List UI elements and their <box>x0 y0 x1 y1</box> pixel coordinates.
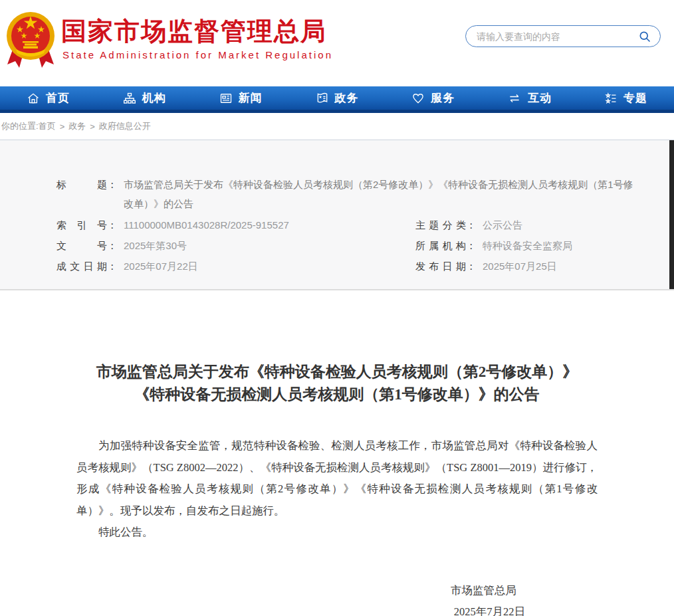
document-meta-panel: 标题 ： 市场监管总局关于发布《特种设备检验人员考核规则（第2号修改单）》《特种… <box>0 140 674 290</box>
meta-row-title: 标题 ： 市场监管总局关于发布《特种设备检验人员考核规则（第2号修改单）》《特种… <box>56 175 634 213</box>
star-list-icon <box>604 92 618 105</box>
meta-value-doc-number: 2025年第30号 <box>124 235 187 256</box>
breadcrumb-info-disclosure[interactable]: 政府信息公开 <box>99 120 151 132</box>
nav-item-news[interactable]: 新闻 <box>193 86 289 110</box>
breadcrumb-home[interactable]: 首页 <box>39 120 56 132</box>
national-emblem-icon <box>5 8 56 70</box>
meta-row-3: 成文日期 ： 2025年07月22日 发布日期 ： 2025年07月25日 <box>56 256 634 276</box>
meta-value-publish-date: 2025年07月25日 <box>483 256 557 276</box>
site-header: 国家市场监督管理总局 State Administration for Mark… <box>0 0 674 86</box>
nav-label: 首页 <box>46 90 70 106</box>
search-button[interactable] <box>637 29 652 44</box>
nav-label: 互动 <box>528 90 552 106</box>
meta-label-index-number: 索引号 <box>56 215 107 235</box>
nav-item-home[interactable]: 首页 <box>0 86 96 110</box>
nav-label: 服务 <box>431 90 455 106</box>
nav-item-interact[interactable]: 互动 <box>481 86 578 110</box>
meta-label-written-date: 成文日期 <box>56 256 107 276</box>
document-title-line1: 市场监管总局关于发布《特种设备检验人员考核规则（第2号修改单）》 <box>0 361 674 383</box>
nav-label: 新闻 <box>239 90 263 106</box>
nav-label: 机构 <box>142 90 166 106</box>
document-paragraph-1: 为加强特种设备安全监管，规范特种设备检验、检测人员考核工作，市场监管总局对《特种… <box>76 435 598 522</box>
search-box <box>465 25 661 47</box>
meta-value-written-date: 2025年07月22日 <box>124 256 198 276</box>
search-icon <box>638 30 651 43</box>
nav-item-service[interactable]: 服务 <box>385 86 481 110</box>
meta-label-publish-date: 发布日期 <box>415 256 466 276</box>
site-title-english: State Administration for Market Regulati… <box>62 49 333 60</box>
signature-agency: 市场监管总局 <box>0 580 516 601</box>
signature-date: 2025年7月22日 <box>454 605 525 616</box>
exchange-arrows-icon <box>507 92 522 105</box>
meta-colon: ： <box>466 235 476 256</box>
nav-label: 政务 <box>335 90 359 106</box>
signature-block: 市场监管总局 2025年7月22日 <box>0 580 674 616</box>
meta-colon: ： <box>466 215 476 235</box>
right-dark-strip <box>669 140 674 289</box>
breadcrumb-gov[interactable]: 政务 <box>68 120 86 132</box>
meta-label-topic-category: 主题分类 <box>415 215 466 235</box>
meta-colon: ： <box>107 175 117 213</box>
news-icon <box>219 92 233 105</box>
nav-label: 专题 <box>623 90 647 106</box>
meta-value-topic-category: 公示公告 <box>483 215 522 235</box>
home-icon <box>27 92 40 105</box>
meta-colon: ： <box>107 215 117 235</box>
nav-item-topics[interactable]: 专题 <box>578 86 674 110</box>
breadcrumb: 你的位置:首页 > 政务 > 政府信息公开 <box>0 113 674 140</box>
org-icon <box>123 92 136 105</box>
main-navigation: 首页 机构 新闻 政务 服务 <box>0 86 674 113</box>
meta-value-index-number: 11100000MB0143028R/2025-915527 <box>124 215 289 235</box>
breadcrumb-separator: > <box>60 122 65 132</box>
meta-colon: ： <box>466 256 476 276</box>
announcement-document: 市场监管总局关于发布《特种设备检验人员考核规则（第2号修改单）》 《特种设备无损… <box>0 290 674 616</box>
national-emblem-logo[interactable] <box>5 8 56 70</box>
document-paragraph-2: 特此公告。 <box>76 522 598 544</box>
page: 国家市场监督管理总局 State Administration for Mark… <box>0 0 674 616</box>
meta-row-2: 文号 ： 2025年第30号 所属机构 ： 特种设备安全监察局 <box>56 235 634 256</box>
breadcrumb-separator: > <box>90 122 95 132</box>
nav-item-org[interactable]: 机构 <box>96 86 193 110</box>
search-input[interactable] <box>477 31 637 42</box>
meta-colon: ： <box>107 235 117 256</box>
nav-item-gov[interactable]: 政务 <box>289 86 386 110</box>
meta-label-doc-number: 文号 <box>56 235 107 256</box>
document-title-line2: 《特种设备无损检测人员考核规则（第1号修改单）》的公告 <box>0 383 674 406</box>
site-title: 国家市场监督管理总局 <box>61 15 327 49</box>
meta-label-issuing-agency: 所属机构 <box>415 235 466 256</box>
document-title: 市场监管总局关于发布《特种设备检验人员考核规则（第2号修改单）》 《特种设备无损… <box>0 361 674 406</box>
breadcrumb-prefix: 你的位置: <box>1 120 39 132</box>
meta-colon: ： <box>107 256 117 276</box>
gov-icon <box>316 92 329 105</box>
meta-label-title: 标题 <box>56 175 107 213</box>
meta-value-title: 市场监管总局关于发布《特种设备检验人员考核规则（第2号修改单）》《特种设备无损检… <box>124 175 634 213</box>
document-body: 为加强特种设备安全监管，规范特种设备检验、检测人员考核工作，市场监管总局对《特种… <box>76 435 598 544</box>
meta-value-issuing-agency: 特种设备安全监察局 <box>483 235 572 256</box>
meta-row-1: 索引号 ： 11100000MB0143028R/2025-915527 主题分… <box>56 215 634 235</box>
heart-icon <box>411 92 425 105</box>
